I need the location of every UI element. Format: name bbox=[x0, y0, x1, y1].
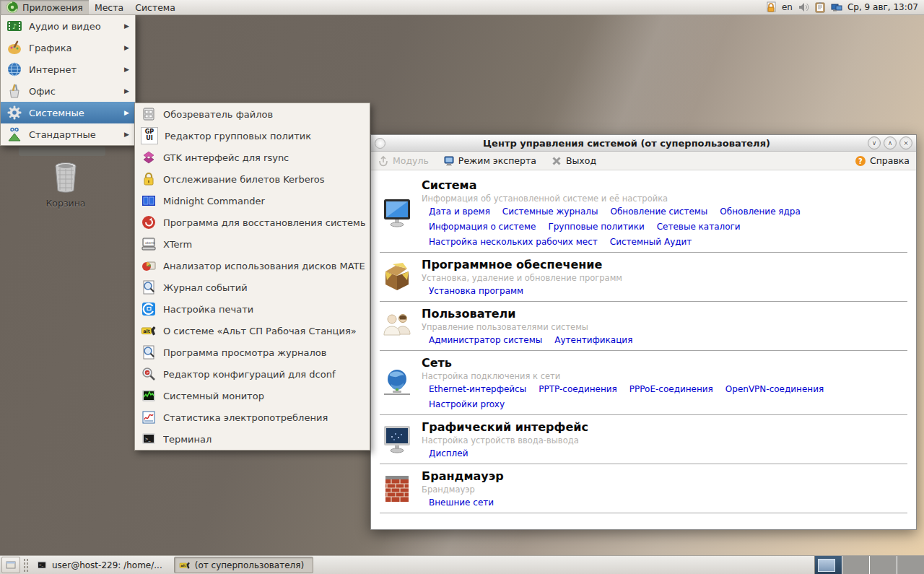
menubar-item-system[interactable]: Система bbox=[129, 0, 181, 14]
apps-menu-categories: ♪Аудио и видео▶Графика▶Интернет▶Офис▶Сис… bbox=[0, 14, 136, 146]
workspace-2[interactable] bbox=[842, 556, 870, 574]
menu-item-label: XTerm bbox=[163, 239, 365, 250]
network-monitor-icon[interactable] bbox=[831, 1, 842, 13]
menu-item-disk-usage-analyzer[interactable]: Анализатор использования дисков MATE bbox=[135, 255, 370, 277]
menu-item-dconf-editor[interactable]: Редактор конфигураций для dconf bbox=[135, 363, 370, 385]
svg-text:>_: >_ bbox=[145, 436, 152, 442]
menu-item-label: Отслеживание билетов Kerberos bbox=[163, 174, 365, 185]
close-button[interactable]: × bbox=[899, 136, 912, 149]
section-network: СетьНастройка подключения к сетиEthernet… bbox=[380, 351, 907, 415]
menu-item-file-manager[interactable]: Обозреватель файлов bbox=[135, 103, 370, 125]
module-link[interactable]: Сетевые каталоги bbox=[657, 222, 741, 232]
disk-analyzer-icon bbox=[141, 258, 157, 274]
module-link[interactable]: Обновление ядра bbox=[720, 206, 801, 217]
module-link[interactable]: Информация о системе bbox=[429, 222, 536, 232]
exit-x-icon bbox=[551, 155, 562, 167]
menubar-item-places[interactable]: Места bbox=[89, 0, 129, 14]
rsync-icon bbox=[141, 149, 157, 165]
mc-icon bbox=[141, 193, 157, 209]
module-link[interactable]: Обновление системы bbox=[610, 206, 707, 217]
taskbar-item-terminal-window[interactable]: >_user@host-229: /home/... bbox=[32, 557, 171, 573]
taskbar-item-control-center-window[interactable]: alt(от суперпользователя) bbox=[174, 557, 313, 573]
menu-item-event-log[interactable]: Журнал событий bbox=[135, 277, 370, 298]
clock[interactable]: Ср, 9 авг, 13:07 bbox=[847, 2, 918, 12]
category-system[interactable]: Системные▶ bbox=[1, 102, 135, 123]
module-link[interactable]: Администратор системы bbox=[429, 335, 542, 345]
maximize-button[interactable]: ∧ bbox=[884, 136, 897, 149]
module-link[interactable]: Ethernet-интерфейсы bbox=[429, 384, 526, 394]
show-desktop-button[interactable] bbox=[1, 557, 20, 573]
panel-handle[interactable] bbox=[23, 558, 29, 573]
menubar: ПриложенияМестаСистема bbox=[0, 0, 181, 14]
menu-item-label: Midnight Commander bbox=[163, 196, 365, 206]
module-link[interactable]: Установка программ bbox=[429, 286, 523, 296]
screensaver-lock-icon[interactable] bbox=[765, 1, 777, 13]
section-body: СистемаИнформация об установленной систе… bbox=[422, 178, 906, 247]
system-tray: en Ср, 9 авг, 13:07 bbox=[765, 0, 924, 14]
menu-item-midnight-commander[interactable]: Midnight Commander bbox=[135, 190, 370, 212]
category-graphics[interactable]: Графика▶ bbox=[1, 37, 135, 58]
section-users: ПользователиУправление пользователями си… bbox=[380, 302, 907, 351]
module-link[interactable]: OpenVPN-соединения bbox=[725, 384, 824, 394]
workspace-1[interactable] bbox=[815, 556, 842, 574]
menu-item-grsync[interactable]: GTK интерфейс для rsync bbox=[135, 147, 370, 168]
module-link[interactable]: Аутентификация bbox=[554, 335, 632, 345]
section-title: Сеть bbox=[422, 356, 906, 370]
alt-badge-icon: alt bbox=[141, 323, 157, 339]
exit-button[interactable]: Выход bbox=[551, 155, 596, 167]
category-office[interactable]: Офис▶ bbox=[1, 80, 135, 102]
module-link[interactable]: Настройка нескольких рабочих мест bbox=[429, 237, 598, 247]
module-icon bbox=[378, 155, 389, 167]
trash-icon[interactable]: Корзина bbox=[38, 160, 94, 209]
help-question-icon: ? bbox=[855, 155, 866, 167]
category-accessories[interactable]: Стандартные▶ bbox=[1, 123, 135, 145]
section-description: Брандмауэр bbox=[422, 484, 906, 495]
module-link[interactable]: Дата и время bbox=[429, 206, 490, 217]
module-link[interactable]: PPPoE-соединения bbox=[629, 384, 713, 394]
menu-item-system-recovery[interactable]: Программа для восстановления системы bbox=[135, 212, 370, 233]
clipboard-icon[interactable] bbox=[814, 1, 826, 13]
volume-icon[interactable] bbox=[798, 1, 809, 13]
show-desktop-icon bbox=[5, 560, 17, 571]
module-link[interactable]: Системный Аудит bbox=[610, 237, 692, 247]
module-link[interactable]: PPTP-соединения bbox=[539, 384, 617, 394]
section-graphical-interface: Графический интерфейсНастройка устройств… bbox=[380, 415, 907, 464]
menu-item-terminal[interactable]: >_Терминал bbox=[135, 428, 370, 450]
category-audio-video[interactable]: ♪Аудио и видео▶ bbox=[1, 15, 135, 37]
menu-item-kerberos-tickets[interactable]: Отслеживание билетов Kerberos bbox=[135, 168, 370, 190]
menu-item-xterm[interactable]: xtermXTerm bbox=[135, 233, 370, 255]
category-label: Системные bbox=[29, 108, 118, 118]
module-link[interactable]: Дисплей bbox=[429, 448, 468, 458]
module-link[interactable]: Групповые политики bbox=[548, 222, 644, 232]
category-internet[interactable]: Интернет▶ bbox=[1, 58, 135, 80]
menu-item-system-monitor[interactable]: Системный монитор bbox=[135, 385, 370, 406]
window-menu-button[interactable] bbox=[375, 138, 385, 149]
gpui-icon: GPUI bbox=[141, 127, 158, 144]
svg-text:alt: alt bbox=[143, 329, 150, 334]
system-gear-icon bbox=[6, 105, 22, 121]
section-body: ПользователиУправление пользователями си… bbox=[422, 307, 906, 345]
menubar-item-applications[interactable]: Приложения bbox=[0, 0, 89, 14]
menu-item-about-system[interactable]: altО системе «Альт СП Рабочая Станция» bbox=[135, 320, 370, 342]
section-title: Брандмауэр bbox=[422, 469, 906, 484]
module-link[interactable]: Настройки proxy bbox=[429, 399, 505, 409]
menu-item-power-statistics[interactable]: Статистика электропотребления bbox=[135, 406, 370, 428]
expert-mode-button[interactable]: Режим эксперта bbox=[443, 155, 536, 167]
menu-item-label: Редактор групповых политик bbox=[165, 131, 365, 142]
menu-item-print-settings[interactable]: Настройка печати bbox=[135, 298, 370, 320]
menu-item-group-policy-editor[interactable]: GPUIРедактор групповых политик bbox=[135, 125, 370, 147]
display-icon bbox=[381, 420, 413, 458]
menu-item-log-viewer[interactable]: Программа просмотра журналов bbox=[135, 342, 370, 363]
keyboard-layout-indicator[interactable]: en bbox=[782, 2, 793, 12]
module-link[interactable]: Внешние сети bbox=[429, 497, 494, 508]
menu-item-label: Программа для восстановления системы bbox=[163, 217, 365, 228]
help-button[interactable]: ? Справка bbox=[855, 155, 910, 167]
workspace-3[interactable] bbox=[870, 556, 897, 574]
alt-badge-icon: alt bbox=[179, 560, 191, 571]
minimize-button[interactable]: ∨ bbox=[868, 136, 881, 149]
module-link[interactable]: Системные журналы bbox=[502, 206, 598, 217]
workspace-4[interactable] bbox=[897, 556, 924, 574]
file-manager-icon bbox=[141, 106, 157, 122]
office-icon bbox=[6, 83, 22, 99]
titlebar[interactable]: Центр управления системой (от суперпольз… bbox=[371, 135, 916, 152]
